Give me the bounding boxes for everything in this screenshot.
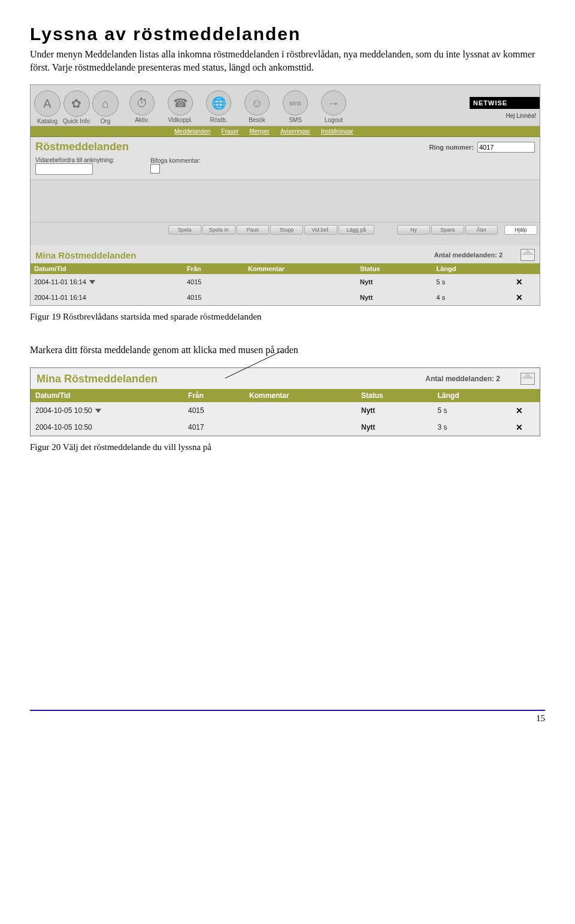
label: Vidkoppl. [168,117,193,123]
col-datetime: Datum/Tid [31,263,183,274]
btn-spela[interactable]: Spela [168,225,201,235]
btn-ater[interactable]: Åter [465,225,498,235]
label: Logout [325,117,343,123]
nav-quickinfo[interactable]: ✿ Quick Info [63,90,90,124]
col-comment: Kommentar [244,263,356,274]
nav-besok[interactable]: ☺ Besök [244,90,270,123]
btn-ny[interactable]: Ny [397,225,430,235]
cell-length: 4 s [433,290,500,305]
btn-vidbef[interactable]: Vid.bef. [304,225,337,235]
attach-label: Bifoga kommentar: [150,157,201,164]
delete-icon[interactable]: ✕ [516,277,523,287]
page-heading: Lyssna av röstmeddelanden [30,24,545,44]
cell-datetime: 2004-11-01 16:14 [34,278,86,285]
vidkoppl-icon: ☎ [168,90,193,116]
label: Katalog [37,118,58,124]
col-status: Status [356,389,433,402]
label: Röstb. [210,117,228,123]
nav-logout[interactable]: → Logout [321,90,346,123]
logout-icon: → [321,90,346,116]
forward-label: Vidarebefordra till anknytning: [35,157,114,163]
app-screenshot-2: Mina Röstmeddelanden Antal meddelanden: … [30,367,540,436]
mina-bar: Mina Röstmeddelanden Antal meddelanden: … [31,245,540,263]
cell-from: 4017 [183,419,244,436]
col-datetime: Datum/Tid [31,389,183,402]
ring-label: Ring nummer: [429,144,474,151]
btn-hjalp[interactable]: Hjälp [504,225,537,235]
col-length: Längd [433,389,500,402]
org-icon: ⌂ [92,90,119,117]
nav-aktiv[interactable]: ⏱ Aktiv. [129,90,155,123]
table-row[interactable]: 2004-11-01 16:14 4015 Nytt 4 s ✕ [31,290,540,305]
messages-table-2: Datum/Tid Från Kommentar Status Längd 20… [31,389,540,436]
cell-status: Nytt [356,402,433,419]
btn-spara[interactable]: Spara [431,225,464,235]
col-from: Från [183,263,244,274]
cell-comment [244,274,356,290]
label: Quick Info [63,118,90,124]
subnav-installningar[interactable]: Inställningar [321,128,353,135]
col-status: Status [356,263,433,274]
cell-length: 3 s [433,419,500,436]
antal-text-2: Antal meddelanden: 2 [425,375,520,383]
mina-title-2: Mina Röstmeddelanden [37,373,158,385]
cell-datetime: 2004-11-01 16:14 [31,290,183,305]
aktiv-icon: ⏱ [129,90,155,116]
cell-datetime: 2004-10-05 10:50 [35,406,92,415]
delete-icon[interactable]: ✕ [516,293,523,302]
subnav-aviseringar[interactable]: Aviseringar [280,128,310,135]
btn-paus[interactable]: Paus [237,225,270,235]
col-comment: Kommentar [244,389,356,402]
btn-laggpa[interactable]: Lägg på [338,225,374,235]
topbar: A Katalog ✿ Quick Info ⌂ Org ⏱ Aktiv. ☎ … [31,85,540,126]
label: Besök [249,117,265,123]
forward-row: Vidarebefordra till anknytning: Bifoga k… [31,154,540,180]
nav-vidkoppl[interactable]: ☎ Vidkoppl. [168,90,193,123]
figure-19-caption: Figur 19 Röstbrevlådans startsida med sp… [30,312,545,322]
col-from: Från [183,389,244,402]
antal-text: Antal meddelanden: 2 [434,251,520,259]
btn-stopp[interactable]: Stopp [270,225,303,235]
mina-title: Mina Röstmeddelanden [35,250,136,260]
table-row[interactable]: 2004-11-01 16:14 4015 Nytt 5 s ✕ [31,274,540,290]
greeting-text: Hej Linnéa! [506,113,536,119]
table-row[interactable]: 2004-10-05 10:50 4017 Nytt 3 s ✕ [31,419,540,436]
nav-sms[interactable]: sms SMS [283,90,308,123]
subnav-meddelanden[interactable]: Meddelanden [174,128,211,135]
label: Aktiv. [135,117,149,123]
subnav-menyer[interactable]: Menyer [250,128,270,135]
expand-icon [89,280,95,284]
catalog-icon: A [34,90,60,117]
cell-from: 4015 [183,402,244,419]
expand-icon [95,409,101,413]
label: Org [101,118,111,124]
attach-checkbox[interactable] [150,164,160,174]
envelope-icon [520,373,535,385]
btn-spela-in[interactable]: Spela in [202,225,235,235]
subnav-fraser[interactable]: Fraser [222,128,239,135]
ring-number-input[interactable] [477,142,535,153]
delete-icon[interactable]: ✕ [516,406,523,415]
page-number: 15 [30,711,545,724]
forward-ext-input[interactable] [35,163,93,175]
app-screenshot-1: A Katalog ✿ Quick Info ⌂ Org ⏱ Aktiv. ☎ … [30,84,540,306]
besok-icon: ☺ [244,90,270,116]
table-row[interactable]: 2004-10-05 10:50 4015 Nytt 5 s ✕ [31,402,540,419]
cell-length: 5 s [433,274,500,290]
delete-icon[interactable]: ✕ [516,423,523,432]
quickinfo-icon: ✿ [63,90,90,117]
subnav: Meddelanden Fraser Menyer Aviseringar In… [31,126,540,137]
cell-from: 4015 [183,290,244,305]
envelope-icon [520,249,535,261]
cell-status: Nytt [356,274,433,290]
cell-status: Nytt [356,290,433,305]
mid-instruction: Markera ditt första meddelande genom att… [30,344,545,357]
nav-org[interactable]: ⌂ Org [92,90,119,124]
nav-katalog[interactable]: A Katalog [34,90,60,124]
empty-area [31,180,540,223]
nav-rostb[interactable]: 🌐 Röstb. [206,90,231,123]
figure-20-caption: Figur 20 Välj det röstmeddelande du vill… [30,442,545,452]
cell-comment [244,419,356,436]
intro-paragraph: Under menyn Meddelanden listas alla inko… [30,48,545,74]
col-length: Längd [433,263,500,274]
